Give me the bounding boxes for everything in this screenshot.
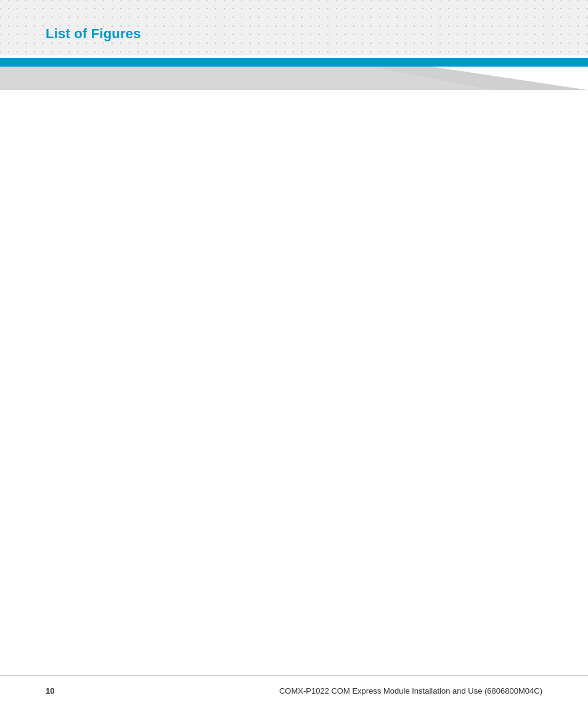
page-title: List of Figures — [46, 26, 141, 42]
footer-document-title: COMX-P1022 COM Express Module Installati… — [279, 686, 542, 696]
gray-diagonal-decoration — [0, 67, 588, 90]
main-content-area — [0, 90, 588, 675]
footer-page-number: 10 — [46, 686, 54, 696]
blue-bar-decoration — [0, 58, 588, 67]
footer: 10 COMX-P1022 COM Express Module Install… — [0, 675, 588, 706]
